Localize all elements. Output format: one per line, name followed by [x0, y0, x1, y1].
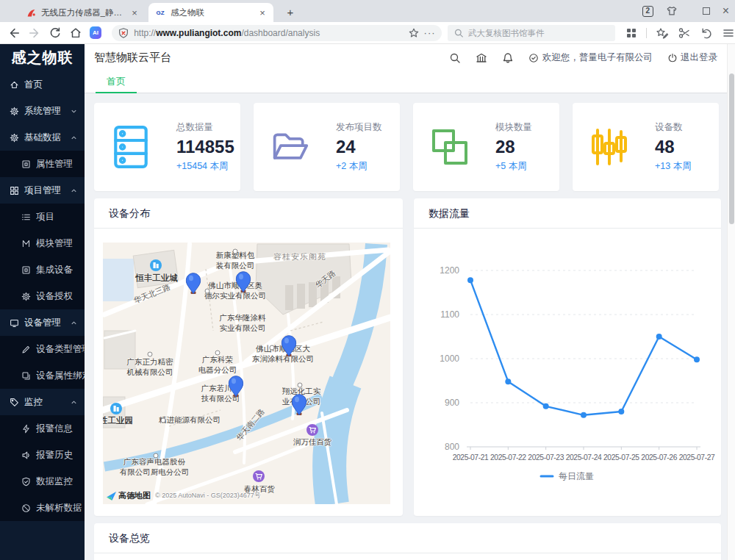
map-device-pin[interactable]	[292, 394, 307, 419]
ai-assistant-icon[interactable]: AI	[90, 26, 101, 39]
sidebar-item-11[interactable]: 设备属性绑定	[0, 362, 85, 389]
new-tab-button[interactable]: +	[282, 4, 298, 21]
sidebar-item-16[interactable]: 未解析数据	[0, 495, 85, 521]
tab2-close-icon[interactable]: ×	[257, 7, 268, 18]
letter-m-icon	[21, 239, 31, 248]
welcome-text: 欢迎您，普量电子有限公司	[528, 51, 653, 64]
svg-text:2025-07-23: 2025-07-23	[528, 453, 564, 462]
address-bar[interactable]: http://www.puliangiot.com/dashboard/anal…	[112, 25, 441, 41]
sidebar-item-4[interactable]: 项目管理	[0, 177, 85, 204]
sidebar-item-5[interactable]: 项目	[0, 204, 85, 230]
favorites-star-pen-icon[interactable]	[656, 26, 669, 40]
shield-icon	[21, 477, 31, 487]
tab1-close-icon[interactable]: ×	[129, 7, 140, 18]
reload-icon[interactable]	[49, 26, 62, 40]
scrollbar-thumb[interactable]	[729, 73, 734, 224]
sidebar-item-10[interactable]: 设备类型管理	[0, 336, 85, 362]
chevron-up-icon	[70, 319, 78, 327]
map-device-pin[interactable]	[236, 271, 251, 296]
svg-text:1000: 1000	[440, 353, 459, 364]
svg-text:2025-07-27: 2025-07-27	[679, 453, 715, 462]
app-header: 智慧物联云平台 欢迎您，普量电子有限公司 退出登录	[85, 44, 735, 71]
monitor-icon	[10, 318, 19, 328]
maximize-button[interactable]	[703, 7, 710, 15]
menu-icon[interactable]	[722, 26, 735, 40]
sidebar-item-6[interactable]: 模块管理	[0, 230, 85, 256]
tab2-favicon-icon: GZ	[154, 7, 166, 18]
browser-toolbar: AI http://www.puliangiot.com/dashboard/a…	[0, 22, 735, 44]
page-tabs: 首页	[85, 71, 735, 93]
header-search-icon[interactable]	[449, 52, 461, 64]
map-label: 广东华隆涂料 实业有限公司	[220, 313, 266, 333]
sidebar-item-2[interactable]: 基础数据	[0, 124, 85, 151]
sidebar-item-label: 首页	[24, 79, 43, 91]
logout-button[interactable]: 退出登录	[667, 51, 717, 64]
more-options-icon[interactable]: ···	[424, 27, 436, 38]
map-label: 精进能源有限公司	[159, 415, 220, 426]
insecure-shield-icon[interactable]	[118, 27, 129, 39]
sidebar-item-7[interactable]: 集成设备	[0, 256, 85, 283]
svg-text:2025-07-21: 2025-07-21	[453, 453, 489, 462]
map-poi-dot	[298, 383, 303, 388]
hot-search-input[interactable]	[468, 29, 609, 37]
back-icon[interactable]	[7, 26, 21, 40]
sidebar-item-8[interactable]: 设备授权	[0, 283, 85, 309]
forward-icon[interactable]	[28, 26, 41, 40]
map-label: 广东科荣 电器分公司	[198, 355, 237, 375]
sidebar: 感之物联 首页系统管理基础数据属性管理项目管理项目模块管理集成设备设备授权设备管…	[0, 44, 85, 560]
header-bank-icon[interactable]	[476, 52, 487, 64]
page-scrollbar[interactable]	[727, 44, 735, 560]
bookmark-star-icon[interactable]	[408, 27, 420, 39]
map-poi-dot	[270, 345, 275, 351]
header-bell-icon[interactable]	[502, 52, 514, 64]
platform-title: 智慧物联云平台	[94, 51, 171, 65]
tab-count-badge[interactable]: 2	[642, 6, 653, 17]
amap-logo-text: 高德地图	[118, 490, 151, 501]
sidebar-item-0[interactable]: 首页	[0, 71, 85, 98]
sidebar-item-15[interactable]: 数据监控	[0, 468, 85, 495]
gear-icon	[10, 107, 19, 116]
map-canvas[interactable]: 新康塑料包 装有限公司恒丰工业城华天北三路佛山市顺德区奥 德尔实业有限公司广东华…	[103, 243, 390, 504]
gear-icon	[21, 292, 31, 301]
sidebar-item-label: 模块管理	[36, 237, 73, 250]
screenshot-scissors-icon[interactable]	[678, 26, 691, 40]
map-poi-dot	[148, 352, 153, 357]
search-box[interactable]	[448, 25, 615, 41]
svg-text:2025-07-24: 2025-07-24	[566, 453, 602, 462]
map-shop-icon	[253, 470, 265, 486]
tag-icon	[10, 398, 19, 407]
stat-cards-row: 总数据量114855+15454 本周发布项目数24+2 本周模块数量28+5 …	[94, 103, 721, 191]
sidebar-item-12[interactable]: 监控	[0, 389, 85, 415]
apps-grid-icon[interactable]	[625, 27, 637, 39]
sidebar-item-13[interactable]: 报警信息	[0, 415, 85, 442]
sidebar-item-label: 设备管理	[24, 317, 61, 329]
sidebar-item-label: 未解析数据	[36, 502, 82, 514]
restore-undo-icon[interactable]	[700, 26, 713, 40]
stat-value: 24	[336, 137, 382, 157]
gear-icon	[10, 133, 19, 143]
stat-card-2: 模块数量28+5 本周	[413, 103, 559, 191]
browser-tabstrip: 无线压力传感器_静力水准仪_ × GZ 感之物联 × + 2 ×	[0, 0, 735, 22]
map-device-pin[interactable]	[229, 376, 244, 401]
stat-card-3: 设备数48+13 本周	[573, 103, 719, 191]
close-button[interactable]: ×	[723, 5, 729, 17]
map-device-pin[interactable]	[282, 335, 297, 360]
sidebar-item-9[interactable]: 设备管理	[0, 309, 85, 336]
sidebar-item-3[interactable]: 属性管理	[0, 151, 85, 177]
map-device-pin[interactable]	[186, 273, 201, 298]
sidebar-item-1[interactable]: 系统管理	[0, 98, 85, 124]
map-panel-title: 设备分布	[94, 198, 403, 229]
chart-panel-title: 数据流量	[414, 198, 721, 229]
candles-icon	[590, 126, 628, 168]
home-icon[interactable]	[69, 26, 82, 40]
daily-flow-line-chart[interactable]: 8009001000110012002025-07-212025-07-2220…	[414, 229, 721, 516]
sidebar-item-14[interactable]: 报警历史	[0, 442, 85, 468]
browser-tab-1[interactable]: 无线压力传感器_静力水准仪_ ×	[19, 3, 146, 22]
modules-icon	[431, 126, 469, 168]
browser-tab-2-active[interactable]: GZ 感之物联 ×	[148, 3, 273, 22]
tab1-favicon-icon	[25, 7, 37, 18]
map-label: 华天南二路	[234, 407, 267, 443]
theme-shirt-icon[interactable]	[666, 5, 678, 17]
data-flow-panel: 数据流量 8009001000110012002025-07-212025-07…	[414, 198, 721, 516]
tab-home[interactable]: 首页	[96, 71, 137, 93]
